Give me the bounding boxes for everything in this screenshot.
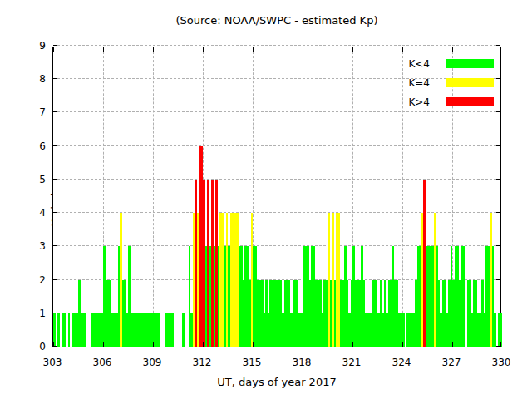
y-tick-mark bbox=[53, 212, 57, 213]
y-tick-label: 7 bbox=[4, 106, 46, 118]
x-tick-mark bbox=[402, 47, 403, 52]
x-tick-label: 318 bbox=[285, 357, 318, 368]
x-tick-mark bbox=[153, 342, 154, 347]
y-tick-mark bbox=[496, 179, 500, 180]
y-tick-label: 0 bbox=[4, 341, 46, 352]
kp-bar bbox=[182, 313, 185, 347]
y-tick-label: 2 bbox=[4, 274, 46, 286]
plot-area: K<4 K=4 K>4 bbox=[52, 47, 501, 347]
y-tick-label: 6 bbox=[4, 140, 46, 152]
x-tick-mark bbox=[303, 342, 303, 347]
x-tick-mark bbox=[103, 47, 104, 52]
x-tick-mark bbox=[303, 47, 303, 52]
y-tick-label: 4 bbox=[4, 207, 46, 219]
y-tick-mark bbox=[53, 313, 57, 313]
y-tick-mark bbox=[53, 179, 57, 180]
kp-bar bbox=[500, 313, 503, 347]
y-tick-mark bbox=[53, 78, 57, 79]
kp-index-chart: (Source: NOAA/SWPC - estimated Kp) Kp in… bbox=[0, 0, 532, 399]
x-tick-mark bbox=[452, 342, 453, 347]
legend-label-kgt4: K>4 bbox=[392, 96, 430, 108]
x-tick-label: 321 bbox=[335, 357, 368, 368]
x-tick-label: 324 bbox=[385, 357, 418, 368]
x-tick-mark bbox=[352, 47, 353, 52]
x-tick-label: 306 bbox=[86, 357, 119, 368]
x-tick-mark bbox=[500, 47, 501, 52]
y-tick-mark bbox=[496, 313, 500, 313]
x-tick-mark bbox=[103, 342, 104, 347]
y-tick-mark bbox=[53, 279, 57, 280]
x-tick-mark bbox=[253, 47, 254, 52]
y-tick-mark bbox=[496, 279, 500, 280]
x-tick-mark bbox=[500, 342, 501, 347]
y-tick-mark bbox=[496, 45, 500, 46]
y-tick-label: 8 bbox=[4, 73, 46, 85]
x-tick-mark bbox=[53, 47, 54, 52]
kp-bar bbox=[68, 313, 71, 347]
kp-bar bbox=[53, 313, 56, 347]
kp-bar bbox=[402, 313, 405, 347]
x-tick-mark bbox=[53, 342, 54, 347]
y-tick-mark bbox=[53, 245, 57, 246]
x-axis-title: UT, days of year 2017 bbox=[52, 376, 501, 388]
x-tick-label: 303 bbox=[36, 357, 69, 368]
legend-label-keq4: K=4 bbox=[392, 77, 430, 89]
kp-bar bbox=[172, 313, 175, 347]
x-tick-label: 312 bbox=[185, 357, 219, 368]
legend-row: K=4 bbox=[392, 73, 494, 92]
y-gridline bbox=[53, 145, 500, 146]
kp-bar bbox=[64, 313, 66, 347]
y-tick-mark bbox=[53, 145, 57, 146]
kp-bar bbox=[57, 313, 60, 347]
y-tick-mark bbox=[53, 111, 57, 112]
y-tick-label: 1 bbox=[4, 308, 46, 319]
legend-swatch-yellow bbox=[446, 78, 494, 87]
y-gridline bbox=[53, 179, 500, 180]
y-tick-mark bbox=[496, 78, 500, 79]
legend-label-klt4: K<4 bbox=[392, 58, 430, 70]
y-tick-mark bbox=[53, 45, 57, 46]
y-tick-label: 9 bbox=[4, 40, 46, 52]
y-tick-label: 3 bbox=[4, 240, 46, 252]
x-tick-mark bbox=[452, 47, 453, 52]
x-tick-mark bbox=[253, 342, 254, 347]
y-gridline bbox=[53, 111, 500, 112]
y-tick-mark bbox=[496, 111, 500, 112]
kp-bar bbox=[463, 246, 466, 347]
kp-bar bbox=[157, 313, 160, 347]
legend-row: K>4 bbox=[392, 92, 494, 111]
x-tick-mark bbox=[203, 342, 204, 347]
legend: K<4 K=4 K>4 bbox=[392, 54, 494, 111]
kp-bar bbox=[85, 313, 87, 347]
x-tick-label: 330 bbox=[485, 357, 518, 368]
x-tick-label: 327 bbox=[435, 357, 468, 368]
y-tick-label: 5 bbox=[4, 174, 46, 185]
x-tick-mark bbox=[352, 342, 353, 347]
x-tick-mark bbox=[402, 342, 403, 347]
y-gridline bbox=[53, 45, 500, 46]
legend-swatch-green bbox=[446, 59, 494, 68]
x-gridline bbox=[153, 47, 154, 347]
chart-title: (Source: NOAA/SWPC - estimated Kp) bbox=[52, 14, 501, 27]
x-tick-label: 309 bbox=[135, 357, 169, 368]
y-tick-mark bbox=[496, 245, 500, 246]
y-tick-mark bbox=[496, 212, 500, 213]
y-tick-mark bbox=[496, 145, 500, 146]
legend-row: K<4 bbox=[392, 54, 494, 73]
x-tick-mark bbox=[203, 47, 204, 52]
legend-swatch-red bbox=[446, 97, 494, 106]
x-tick-mark bbox=[153, 47, 154, 52]
x-tick-label: 315 bbox=[235, 357, 268, 368]
kp-bar bbox=[494, 313, 496, 347]
